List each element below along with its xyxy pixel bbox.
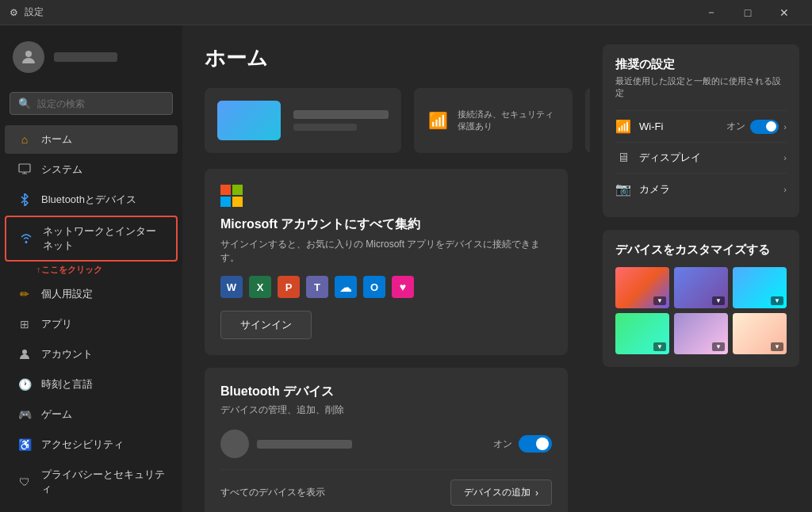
minimize-button[interactable]: － <box>693 0 730 25</box>
sidebar-item-game[interactable]: 🎮 ゲーム <box>5 400 178 429</box>
close-button[interactable]: ✕ <box>766 0 802 25</box>
display-setting-right: › <box>783 153 787 162</box>
sidebar-item-system[interactable]: システム <box>5 155 178 184</box>
wifi-status-card: 📶 接続済み、セキュリティ保護あり <box>414 88 573 153</box>
main-content: ホーム 📶 接続済み、セキュリティ保護あり <box>182 25 590 512</box>
banner-title-bar <box>293 110 389 119</box>
svg-point-0 <box>25 51 32 57</box>
recommended-title: 推奨の設定 <box>615 57 787 72</box>
sidebar-item-label-system: システム <box>41 162 82 177</box>
wifi-setting-value: オン <box>726 120 745 133</box>
device-info <box>220 430 352 458</box>
add-device-button[interactable]: デバイスの追加 › <box>450 480 552 506</box>
add-device-chevron: › <box>535 487 538 499</box>
ms-app-outlook: O <box>363 276 385 298</box>
sidebar-item-label-network: ネットワークとインターネット <box>43 224 163 253</box>
wp-badge-3: ▼ <box>771 296 783 305</box>
avatar <box>13 41 44 73</box>
signin-button[interactable]: サインイン <box>220 311 312 339</box>
bluetooth-footer: すべてのデバイスを表示 デバイスの追加 › <box>220 469 552 506</box>
camera-setting-name: カメラ <box>639 182 670 197</box>
wallpaper-grid: ▼ ▼ ▼ ▼ ▼ ▼ <box>615 267 787 354</box>
wallpaper-thumb-2[interactable]: ▼ <box>674 267 728 308</box>
svg-rect-1 <box>19 164 30 172</box>
sidebar-item-network[interactable]: ネットワークとインターネット <box>5 216 178 262</box>
camera-chevron: › <box>783 185 787 194</box>
privacy-icon: 🛡 <box>17 475 32 489</box>
wifi-status-text: 接続済み、セキュリティ保護あり <box>458 109 558 133</box>
display-chevron: › <box>783 153 787 162</box>
wifi-toggle[interactable] <box>750 120 779 134</box>
wifi-setting-name: Wi-Fi <box>639 120 663 132</box>
setting-row-camera-left: 📷 カメラ <box>615 181 670 197</box>
wallpaper-thumb-5[interactable]: ▼ <box>674 313 728 354</box>
sidebar-item-time[interactable]: 🕐 時刻と言語 <box>5 370 178 399</box>
search-box[interactable]: 🔍 <box>10 92 173 115</box>
top-banner: 📶 接続済み、セキュリティ保護あり Windows Update 最終チェック日… <box>205 88 568 153</box>
wallpaper-thumb-1[interactable]: ▼ <box>615 267 669 308</box>
title-bar-left: ⚙ 設定 <box>10 6 44 19</box>
wallpaper-thumb-4[interactable]: ▼ <box>615 313 669 354</box>
setting-row-wifi[interactable]: 📶 Wi-Fi オン › <box>615 110 787 142</box>
svg-rect-3 <box>220 185 231 195</box>
banner-sub-bar <box>293 124 357 131</box>
bluetooth-icon <box>17 193 32 207</box>
maximize-button[interactable]: □ <box>730 0 766 25</box>
title-bar: ⚙ 設定 － □ ✕ <box>0 0 812 25</box>
sidebar-item-label-accessibility: アクセシビリティ <box>41 437 124 452</box>
profile-section <box>0 32 182 82</box>
bluetooth-device-row: オン <box>220 430 552 458</box>
add-device-label: デバイスの追加 <box>464 486 530 499</box>
wallpaper-thumb-6[interactable]: ▼ <box>733 313 787 354</box>
wifi-chevron: › <box>783 122 787 132</box>
sidebar-item-personal[interactable]: ✏ 個人用設定 <box>5 280 178 308</box>
recommended-subtitle: 最近使用した設定と一般的に使用される設定 <box>615 75 787 99</box>
sidebar-item-label-privacy: プライバシーとセキュリティ <box>41 468 165 496</box>
sidebar-item-accessibility[interactable]: ♿ アクセシビリティ <box>5 430 178 459</box>
sidebar-item-label-apps: アプリ <box>41 317 72 331</box>
sidebar-item-label-personal: 個人用設定 <box>41 287 93 301</box>
device-avatar <box>220 430 249 458</box>
setting-row-display[interactable]: 🖥 ディスプレイ › <box>615 142 787 173</box>
bluetooth-description: デバイスの管理、追加、削除 <box>220 403 552 417</box>
svg-point-2 <box>22 350 27 354</box>
wp-badge-4: ▼ <box>653 342 666 351</box>
sidebar-item-label-account: アカウント <box>41 347 93 361</box>
wifi-setting-right: オン › <box>726 120 787 134</box>
setting-row-display-left: 🖥 ディスプレイ <box>615 151 701 165</box>
sidebar-item-home[interactable]: ⌂ ホーム <box>5 125 178 154</box>
ms-app-teams: T <box>306 276 328 298</box>
svg-rect-6 <box>232 197 243 207</box>
settings-icon: ⚙ <box>10 7 18 18</box>
display-setting-name: ディスプレイ <box>639 151 701 165</box>
bluetooth-title: Bluetooth デバイス <box>220 384 552 400</box>
sidebar-item-privacy[interactable]: 🛡 プライバシーとセキュリティ <box>5 460 178 503</box>
customize-title: デバイスをカスタマイズする <box>615 243 787 258</box>
ms-app-word: W <box>220 276 243 298</box>
search-input[interactable] <box>37 98 164 109</box>
sidebar-item-bluetooth[interactable]: Bluetoothとデバイス <box>5 185 178 214</box>
bluetooth-toggle[interactable] <box>519 435 552 453</box>
profile-banner-card <box>205 88 401 153</box>
recommended-section: 推奨の設定 最近使用した設定と一般的に使用される設定 📶 Wi-Fi オン › … <box>603 44 799 217</box>
account-icon <box>17 347 32 361</box>
sidebar-item-update[interactable]: Windows Update <box>5 505 178 512</box>
bluetooth-toggle-label: オン <box>493 437 512 451</box>
sidebar: 🔍 ⌂ ホーム システム Bluetoothとデバイス <box>0 25 182 512</box>
show-all-devices-link[interactable]: すべてのデバイスを表示 <box>220 486 325 499</box>
ms-app-excel: X <box>249 276 271 298</box>
wallpaper-thumb-3[interactable]: ▼ <box>733 267 787 308</box>
sidebar-item-account[interactable]: アカウント <box>5 340 178 369</box>
personal-icon: ✏ <box>17 287 32 301</box>
app-container: 🔍 ⌂ ホーム システム Bluetoothとデバイス <box>0 25 812 512</box>
display-setting-icon: 🖥 <box>615 151 631 165</box>
setting-row-camera[interactable]: 📷 カメラ › <box>615 173 787 204</box>
click-hint: ↑ここをクリック <box>0 262 182 279</box>
svg-rect-4 <box>232 185 243 195</box>
sidebar-item-label-home: ホーム <box>41 132 72 147</box>
ms-app-onedrive: ☁ <box>335 276 357 298</box>
microsoft-account-card: Microsoft アカウントにすべて集約 サインインすると、お気に入りの Mi… <box>205 169 568 355</box>
game-icon: 🎮 <box>17 407 32 422</box>
ms-app-extra: ♥ <box>392 276 414 298</box>
sidebar-item-apps[interactable]: ⊞ アプリ <box>5 310 178 338</box>
